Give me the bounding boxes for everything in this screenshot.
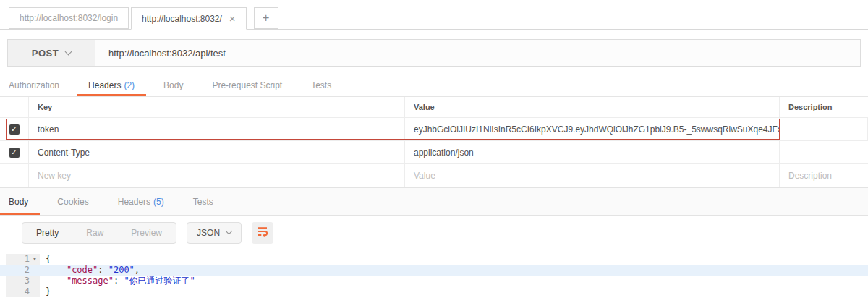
new-value-input[interactable]: Value <box>405 164 780 187</box>
fold-arrow-icon[interactable]: ▾ <box>30 254 40 265</box>
http-method-label: POST <box>32 48 59 59</box>
check-icon: ✓ <box>11 149 17 156</box>
header-description-field[interactable] <box>780 118 868 140</box>
headers-count-badge: (2) <box>124 80 135 90</box>
word-wrap-button[interactable] <box>252 222 273 244</box>
headers-table: Key Value Description ✓ token eyJhbGciOi… <box>0 97 868 187</box>
table-row-content-type: ✓ Content-Type application/json <box>0 141 868 164</box>
json-key: "message" <box>67 276 114 286</box>
line-gutter: 2 <box>6 265 40 276</box>
json-value: "200" <box>109 265 135 275</box>
fold-spacer <box>30 286 40 297</box>
new-key-input[interactable]: New key <box>29 164 405 187</box>
response-tab-headers[interactable]: Headers (5) <box>118 188 164 215</box>
view-mode-preview[interactable]: Preview <box>117 223 176 243</box>
request-tab-label: http://localhost:8032/ <box>142 14 222 24</box>
code-token: } <box>46 286 51 297</box>
text-cursor <box>140 265 140 274</box>
code-line-1: 1 ▾ { <box>0 254 868 265</box>
checkbox-checked[interactable]: ✓ <box>9 148 20 158</box>
tab-label: Tests <box>193 197 213 207</box>
row-checkbox-cell: ✓ <box>0 118 29 140</box>
check-icon: ✓ <box>11 126 17 133</box>
tab-tests[interactable]: Tests <box>311 80 331 96</box>
header-key-field[interactable]: token <box>29 118 405 140</box>
format-dropdown[interactable]: JSON <box>187 222 242 244</box>
tab-headers[interactable]: Headers (2) <box>88 80 135 96</box>
tab-pre-request-script[interactable]: Pre-request Script <box>212 80 282 96</box>
view-mode-pretty[interactable]: Pretty <box>22 223 72 243</box>
tab-authorization[interactable]: Authorization <box>9 80 59 96</box>
value-column-header: Value <box>405 97 780 117</box>
line-number: 2 <box>6 265 30 276</box>
view-mode-raw[interactable]: Raw <box>72 223 117 243</box>
response-tab-body[interactable]: Body <box>9 188 28 215</box>
request-section-tabs: Authorization Headers (2) Body Pre-reque… <box>0 80 868 97</box>
code-token: : <box>114 276 124 286</box>
json-key: "code" <box>67 265 98 275</box>
fold-spacer <box>30 265 40 276</box>
row-checkbox-cell: ✓ <box>0 141 29 163</box>
word-wrap-icon <box>257 226 268 240</box>
new-tab-button[interactable]: + <box>254 7 278 29</box>
code-text: "code": "200", <box>40 265 140 276</box>
format-label: JSON <box>197 228 220 238</box>
http-method-dropdown[interactable]: POST <box>8 40 95 66</box>
chevron-down-icon <box>65 48 72 55</box>
code-text: "message": "你已通过验证了" <box>40 276 195 286</box>
code-text: { <box>40 254 51 265</box>
tab-label: Body <box>163 80 183 90</box>
header-value-field[interactable]: application/json <box>405 141 780 163</box>
row-checkbox-cell <box>0 164 29 187</box>
header-description-field[interactable] <box>780 141 868 163</box>
tab-body[interactable]: Body <box>163 80 183 96</box>
line-gutter: 1 ▾ <box>6 254 40 265</box>
code-token: : <box>98 265 108 275</box>
line-number: 1 <box>6 254 30 265</box>
line-number: 3 <box>6 276 30 286</box>
description-column-header: Description <box>780 97 868 117</box>
url-value: http://localhost:8032/api/test <box>109 48 226 59</box>
code-token <box>46 276 67 286</box>
request-tab-current[interactable]: http://localhost:8032/ × <box>131 7 247 30</box>
header-value-field[interactable]: eyJhbGciOiJIUzI1NiIsInR5cCI6IkpXVCJ9.eyJ… <box>405 118 780 140</box>
tab-label: Headers <box>118 197 150 207</box>
tab-label: Authorization <box>9 80 59 90</box>
code-token: , <box>135 265 140 275</box>
line-gutter: 3 <box>6 276 40 286</box>
checkbox-column-header <box>0 97 29 117</box>
window-tab-bar: http://localhost:8032/login http://local… <box>0 0 868 30</box>
json-value: "你已通过验证了" <box>124 276 195 286</box>
code-line-4: 4 } <box>0 286 868 297</box>
response-tab-cookies[interactable]: Cookies <box>57 188 88 215</box>
response-section-tabs: Body Cookies Headers (5) Tests <box>0 187 868 216</box>
request-url-bar: POST http://localhost:8032/api/test <box>7 39 861 67</box>
view-mode-switcher: Pretty Raw Preview <box>22 222 176 244</box>
code-line-2: 2 "code": "200", <box>0 265 868 276</box>
fold-spacer <box>30 276 40 286</box>
table-header-row: Key Value Description <box>0 97 868 118</box>
request-tab-label: http://localhost:8032/login <box>20 13 118 23</box>
header-key-field[interactable]: Content-Type <box>29 141 405 163</box>
response-body-editor[interactable]: 1 ▾ { 2 "code": "200", 3 "message": "你已通… <box>0 250 868 297</box>
close-tab-icon[interactable]: × <box>229 13 236 24</box>
request-tab-login[interactable]: http://localhost:8032/login <box>9 7 129 29</box>
code-line-3: 3 "message": "你已通过验证了" <box>0 276 868 286</box>
code-text: } <box>40 286 51 297</box>
tab-label: Tests <box>311 80 331 90</box>
tab-label: Cookies <box>57 197 88 207</box>
new-description-input[interactable]: Description <box>780 164 868 187</box>
code-token: { <box>46 254 51 264</box>
response-headers-count-badge: (5) <box>153 197 164 207</box>
checkbox-checked[interactable]: ✓ <box>9 124 20 135</box>
url-input[interactable]: http://localhost:8032/api/test <box>95 40 860 66</box>
response-toolbar: Pretty Raw Preview JSON <box>0 216 868 250</box>
response-tab-tests[interactable]: Tests <box>193 188 213 215</box>
tab-label: Headers <box>88 80 121 90</box>
line-gutter: 4 <box>6 286 40 297</box>
chevron-down-icon <box>226 228 233 235</box>
tab-label: Pre-request Script <box>212 80 282 90</box>
plus-icon: + <box>263 12 269 25</box>
line-number: 4 <box>6 286 30 297</box>
key-column-header: Key <box>29 97 405 117</box>
